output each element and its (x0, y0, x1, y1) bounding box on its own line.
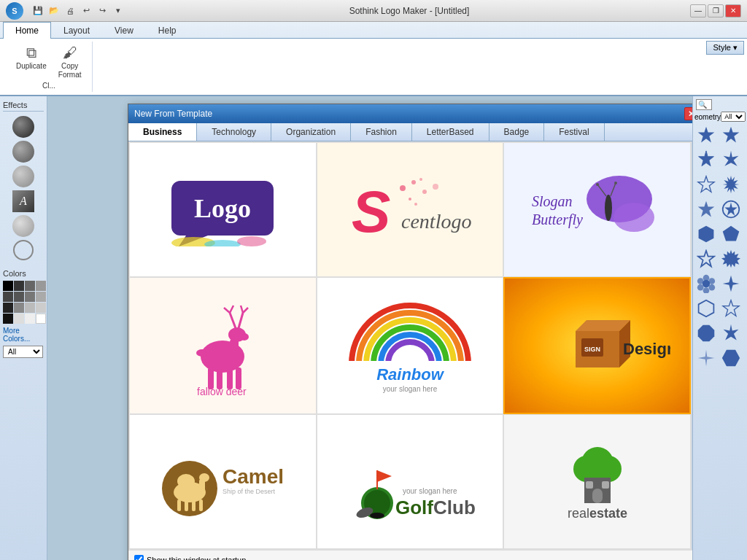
shape-starburst2[interactable] (719, 247, 743, 271)
shape-star5-2[interactable] (719, 297, 743, 320)
shape-octagon1[interactable] (694, 322, 718, 345)
modal-tab-business[interactable]: Business (128, 123, 197, 141)
color-dark7[interactable] (3, 314, 13, 324)
open-btn[interactable]: 📂 (47, 4, 61, 18)
tab-help[interactable]: Help (146, 22, 189, 39)
svg-marker-80 (698, 176, 715, 192)
modal-tab-fashion[interactable]: Fashion (351, 123, 412, 141)
duplicate-btn[interactable]: ⧉ Duplicate (12, 43, 51, 81)
effect-dark[interactable] (12, 116, 34, 138)
save-btn[interactable]: 💾 (31, 4, 45, 18)
svg-point-91 (708, 284, 715, 291)
shape-star-outline2[interactable] (694, 247, 718, 271)
effect-light[interactable] (12, 166, 34, 187)
colors-header: Colors (3, 268, 44, 279)
minimize-btn[interactable]: — (690, 4, 706, 18)
tab-home[interactable]: Home (3, 22, 51, 39)
quick-access-more[interactable]: ▾ (111, 4, 125, 18)
shape-star6-3[interactable] (719, 322, 743, 345)
shape-star6-1[interactable] (694, 123, 718, 147)
svg-text:Logo: Logo (194, 194, 251, 223)
tab-layout[interactable]: Layout (51, 22, 102, 39)
shape-star-round1[interactable] (694, 198, 718, 221)
shape-star-thin[interactable] (694, 346, 718, 370)
color-dark3[interactable] (3, 292, 13, 302)
template-realestate[interactable]: realestate (503, 414, 691, 549)
print-btn[interactable]: 🖨 (63, 4, 77, 18)
svg-rect-72 (592, 489, 603, 503)
shape-star-round2[interactable] (719, 198, 743, 221)
canvas-area[interactable]: New From Template ✕ Business Technology … (47, 96, 692, 560)
svg-marker-96 (723, 276, 740, 292)
color-dark5[interactable] (25, 292, 35, 302)
shape-search-input[interactable] (696, 99, 712, 110)
color-light2[interactable] (25, 303, 35, 313)
color-light4[interactable] (14, 314, 24, 324)
color-black[interactable] (3, 281, 13, 291)
template-butterfly[interactable]: Slogan Butterfly (503, 142, 691, 277)
svg-marker-82 (698, 201, 715, 217)
effect-outline[interactable] (13, 240, 34, 260)
color-white[interactable] (36, 314, 46, 324)
shape-star5-1[interactable] (719, 123, 743, 147)
color-light1[interactable] (36, 292, 46, 302)
shape-star-outline1[interactable] (694, 173, 718, 196)
modal-close-btn[interactable]: ✕ (684, 107, 692, 120)
modal-tab-organization[interactable]: Organization (271, 123, 351, 141)
color-category-dropdown[interactable]: All (3, 346, 43, 358)
modal-tab-badge[interactable]: Badge (489, 123, 545, 141)
shape-star4[interactable] (719, 272, 743, 295)
color-mid2[interactable] (14, 303, 24, 313)
color-dark2[interactable] (25, 281, 35, 291)
svg-marker-85 (699, 226, 714, 243)
template-golfclub[interactable]: your slogan here GolfClub (317, 414, 504, 549)
color-light3[interactable] (36, 303, 46, 313)
modal-tab-technology[interactable]: Technology (197, 123, 271, 141)
template-camel[interactable]: Camel Ship of the Desert (129, 414, 317, 549)
copy-format-btn[interactable]: 🖌 CopyFormat (54, 43, 86, 81)
template-signdesign[interactable]: SIGN Design (503, 277, 691, 413)
svg-point-19 (596, 183, 599, 186)
shape-star6-2[interactable] (694, 148, 718, 171)
style-dropdown-btn[interactable]: Style ▾ (706, 41, 744, 55)
show-startup-input[interactable] (134, 555, 144, 560)
effect-mid[interactable] (12, 141, 34, 163)
shape-flower1[interactable] (694, 272, 718, 295)
modal-tab-festival[interactable]: Festival (544, 123, 604, 141)
color-light5[interactable] (25, 314, 35, 324)
redo-btn[interactable]: ↪ (95, 4, 109, 18)
template-fallow-deer[interactable]: fallow deer (129, 277, 317, 413)
modal-tab-letterbased[interactable]: LetterBased (412, 123, 489, 141)
shape-pentagon1[interactable] (719, 222, 743, 246)
geometry-select[interactable]: All (721, 112, 746, 122)
ribbon-content: ⧉ Duplicate 🖌 CopyFormat Cl... (0, 38, 747, 95)
svg-marker-100 (724, 324, 739, 341)
effect-gray[interactable] (12, 215, 34, 237)
modal-scrollbar: ▲ ▼ (692, 141, 692, 550)
shape-star8-1[interactable] (719, 148, 743, 171)
tab-view[interactable]: View (102, 22, 146, 39)
undo-btn[interactable]: ↩ (79, 4, 93, 18)
svg-marker-98 (723, 300, 740, 316)
shape-hexagon2[interactable] (694, 297, 718, 320)
effect-text-a[interactable]: A (12, 190, 34, 212)
svg-text:fallow deer: fallow deer (197, 386, 247, 397)
color-mid[interactable] (36, 281, 46, 291)
svg-marker-87 (698, 251, 715, 267)
color-dark6[interactable] (3, 303, 13, 313)
template-scentlogo[interactable]: S centlogo (317, 142, 504, 277)
restore-btn[interactable]: ❐ (708, 4, 724, 18)
quick-toolbar: 💾 📂 🖨 ↩ ↪ ▾ (28, 4, 128, 18)
more-colors-link[interactable]: More Colors... (3, 327, 44, 343)
shape-hexagon3[interactable] (719, 346, 743, 370)
template-rainbow[interactable]: Rainbow your slogan here (317, 277, 504, 413)
color-dark1[interactable] (14, 281, 24, 291)
close-btn[interactable]: ✕ (725, 4, 741, 18)
geometry-label: eometry (694, 113, 721, 121)
show-on-startup-checkbox[interactable]: Show this window at startup (134, 555, 246, 560)
template-logo[interactable]: Logo (129, 142, 317, 277)
shape-hexagon1[interactable] (694, 222, 718, 246)
svg-point-8 (411, 180, 416, 184)
color-dark4[interactable] (14, 292, 24, 302)
shape-burst1[interactable] (719, 173, 743, 196)
